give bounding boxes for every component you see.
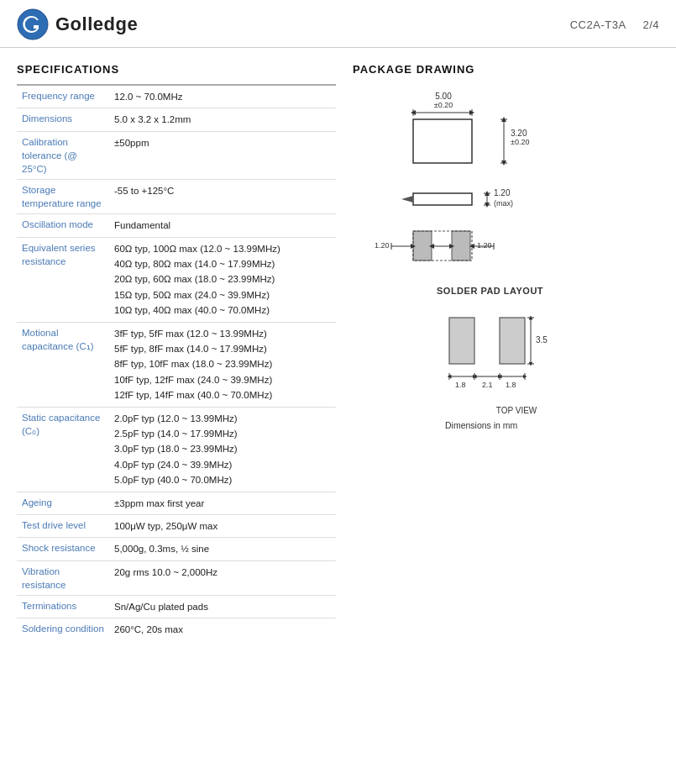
svg-rect-21 [452,231,470,260]
table-row: Ageing±3ppm max first year [17,492,336,514]
spec-label: Soldering condition [17,618,109,641]
spec-label: Frequency range [17,85,109,108]
svg-text:5.00: 5.00 [435,92,452,101]
solder-pad-svg: 3.5 1.8 2.1 1.8 [437,301,588,402]
spec-label: Shock resistance [17,538,109,560]
table-row: Storage temperature range-55 to +125°C [17,180,336,214]
spec-value: -55 to +125°C [109,180,336,214]
spec-value: 100μW typ, 250μW max [109,514,336,537]
svg-rect-20 [413,231,432,260]
package-section: PACKAGE DRAWING 5.00 ±0.20 [353,63,659,641]
spec-label: Dimensions [17,108,109,131]
specs-table: Frequency range12.0 ~ 70.0MHzDimensions5… [17,84,336,641]
spec-label: Terminations [17,595,109,618]
spec-value: 12.0 ~ 70.0MHz [109,85,336,108]
svg-rect-31 [500,318,525,364]
dims-note: Dimensions in mm [445,420,588,430]
svg-text:(max): (max) [494,199,513,208]
spec-value: 3fF typ, 5fF max (12.0 ~ 13.99MHz)5fF ty… [109,322,336,407]
svg-text:±0.20: ±0.20 [434,101,453,109]
table-row: Test drive level100μW typ, 250μW max [17,514,336,537]
table-row: Static capacitance (C₀)2.0pF typ (12.0 ~… [17,407,336,492]
package-drawing-area: 5.00 ±0.20 3.20 ±0.20 [353,84,659,430]
svg-marker-14 [401,196,413,203]
svg-text:1.20: 1.20 [375,241,390,250]
svg-text:1.20: 1.20 [494,188,511,197]
logo-icon [17,8,49,40]
spec-value: 2.0pF typ (12.0 ~ 13.99MHz)2.5pF typ (14… [109,407,336,492]
spec-value: ±50ppm [109,131,336,179]
table-row: Vibration resistance20g rms 10.0 ~ 2,000… [17,560,336,595]
spec-value: 60Ω typ, 100Ω max (12.0 ~ 13.99MHz)40Ω t… [109,237,336,322]
page-number: 2/4 [642,18,659,31]
header: Golledge CC2A-T3A 2/4 [0,0,676,48]
svg-text:1.8: 1.8 [506,381,516,389]
svg-rect-30 [449,318,474,364]
spec-value: 260°C, 20s max [109,618,336,641]
table-row: Equivalent series resistance60Ω typ, 100… [17,237,336,322]
table-row: Calibration tolerance (@ 25°C)±50ppm [17,131,336,179]
spec-label: Storage temperature range [17,180,109,214]
svg-text:3.20: 3.20 [511,129,527,138]
svg-text:1.8: 1.8 [455,381,466,389]
svg-rect-13 [413,193,472,205]
spec-label: Equivalent series resistance [17,237,109,322]
specs-section: SPECIFICATIONS Frequency range12.0 ~ 70.… [17,63,336,641]
logo-area: Golledge [17,8,138,40]
table-row: Shock resistance5,000g, 0.3ms, ½ sine [17,538,336,560]
spec-label: Oscillation mode [17,214,109,237]
spec-label: Calibration tolerance (@ 25°C) [17,131,109,179]
table-row: Soldering condition260°C, 20s max [17,618,336,641]
spec-label: Motional capacitance (C₁) [17,322,109,407]
spec-value: 5,000g, 0.3ms, ½ sine [109,538,336,560]
logo-text: Golledge [55,13,138,35]
svg-text:3.5: 3.5 [536,335,548,345]
header-right: CC2A-T3A 2/4 [570,18,659,31]
main-content: SPECIFICATIONS Frequency range12.0 ~ 70.… [0,48,676,658]
svg-text:1.20: 1.20 [477,241,492,250]
svg-text:±0.20: ±0.20 [511,138,529,146]
part-number: CC2A-T3A [570,18,626,31]
package-drawing-svg: 5.00 ±0.20 3.20 ±0.20 [369,84,638,277]
table-row: Frequency range12.0 ~ 70.0MHz [17,85,336,108]
table-row: TerminationsSn/Ag/Cu plated pads [17,595,336,618]
table-row: Motional capacitance (C₁)3fF typ, 5fF ma… [17,322,336,407]
svg-rect-7 [413,119,472,163]
spec-value: 5.0 x 3.2 x 1.2mm [109,108,336,131]
spec-label: Ageing [17,492,109,514]
spec-label: Static capacitance (C₀) [17,407,109,492]
solder-pad-title: SOLDER PAD LAYOUT [437,286,588,296]
spec-label: Test drive level [17,514,109,537]
spec-value: Fundamental [109,214,336,237]
spec-value: Sn/Ag/Cu plated pads [109,595,336,618]
spec-label: Vibration resistance [17,560,109,595]
spec-value: ±3ppm max first year [109,492,336,514]
top-view-label: TOP VIEW [445,406,588,415]
solder-pad-section: SOLDER PAD LAYOUT [437,286,588,430]
specs-title: SPECIFICATIONS [17,63,336,76]
table-row: Oscillation modeFundamental [17,214,336,237]
svg-text:2.1: 2.1 [482,381,493,389]
package-title: PACKAGE DRAWING [353,63,659,76]
spec-value: 20g rms 10.0 ~ 2,000Hz [109,560,336,595]
table-row: Dimensions5.0 x 3.2 x 1.2mm [17,108,336,131]
